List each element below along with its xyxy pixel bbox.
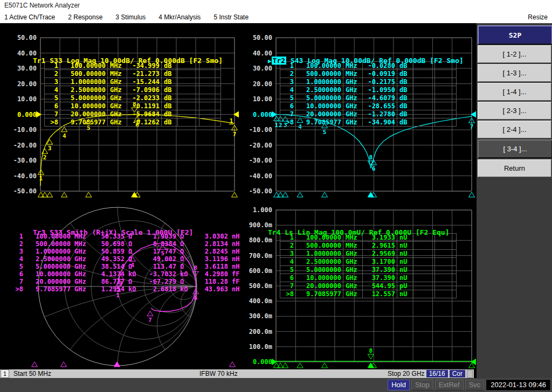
window-title: E5071C Network Analyzer <box>0 0 552 11</box>
marker-row: >89.7085977GHz12.557nU <box>280 290 457 298</box>
softkey-1-4[interactable]: [ 1-4 ]... <box>478 83 551 101</box>
marker-cell: Ω <box>126 255 139 263</box>
marker-cell <box>413 258 435 265</box>
marker-cell <box>178 78 199 86</box>
tr3-format: S33 Smith (R+jX) Scale 1.000U [F2] <box>45 228 193 236</box>
menu-response[interactable]: 2 Response <box>68 13 102 21</box>
marker-cell <box>178 110 199 118</box>
marker-cell: 43.963 <box>191 285 230 293</box>
marker-cell: 37.390 <box>363 274 397 282</box>
softkey-1-3[interactable]: [ 1-3 ]... <box>478 64 551 82</box>
marker-cell: 5 <box>280 94 296 102</box>
svg-text:5: 5 <box>323 129 327 136</box>
marker-cell: 4.2980 <box>191 270 230 278</box>
svg-text:10.00: 10.00 <box>17 95 37 103</box>
svg-text:6: 6 <box>194 295 198 302</box>
svg-text:50.00: 50.00 <box>17 34 37 41</box>
marker-cell <box>199 102 221 110</box>
marker-cell: -34.904 <box>363 118 397 126</box>
marker-cell: 6 <box>280 274 296 282</box>
marker-row: 55.0000000GHz-4.6079dB <box>280 94 457 102</box>
tr1-header[interactable]: Tr1 S33 Log Mag 10.00dB/ Ref 0.000dB [F2… <box>8 48 223 73</box>
marker-row: 610.000000GHz-28.655dB <box>280 102 457 110</box>
marker-cell: nU <box>397 290 413 298</box>
marker-cell: pU <box>397 282 413 290</box>
marker-cell <box>435 94 457 102</box>
svg-text:4: 4 <box>63 132 66 139</box>
svg-text:8: 8 <box>369 347 372 354</box>
svg-text:7: 7 <box>148 317 152 324</box>
menu-resize[interactable]: Resize <box>528 13 548 21</box>
marker-row: 610.000000GHz37.390nU <box>280 274 457 282</box>
svg-text:600.0m: 600.0m <box>249 267 272 275</box>
svg-text:500.0m: 500.0m <box>249 282 272 290</box>
marker-row: 55.0000000GHz37.390nU <box>280 266 457 274</box>
softkey-return[interactable]: Return <box>478 159 551 177</box>
marker-cell: 113.47 <box>139 263 178 270</box>
tr3-name: Tr3 <box>33 228 45 236</box>
status-bar: 1 Start 50 MHz IFBW 70 kHz Stop 20 GHz 1… <box>0 369 474 378</box>
marker-cell: kΩ <box>178 270 191 278</box>
svg-text:100.0m: 100.0m <box>249 343 272 351</box>
softkey-3-4[interactable]: [ 3-4 ]... <box>478 139 552 158</box>
softkey-2-3[interactable]: [ 2-3 ]... <box>478 102 551 120</box>
marker-cell: GHz <box>72 285 91 293</box>
datetime-display: 2022-01-13 09:46 <box>486 379 551 391</box>
marker-cell: 7 <box>280 282 296 290</box>
menu-active-ch-trace[interactable]: 1 Active Ch/Trace <box>4 13 55 21</box>
marker-cell: nH <box>230 255 245 263</box>
marker-cell: nU <box>397 274 413 282</box>
marker-row: 55.0000000GHz-2.0233dB <box>44 94 221 102</box>
marker-cell <box>435 282 457 290</box>
marker-cell: GHz <box>343 290 363 298</box>
tr2-header[interactable]: ▶Tr2 S43 Log Mag 10.00dB/ Ref 0.000dB [F… <box>243 48 464 73</box>
svg-text:2: 2 <box>43 154 47 161</box>
marker-cell: GHz <box>343 102 363 110</box>
svg-text:50.00: 50.00 <box>253 34 272 41</box>
marker-cell: nU <box>397 258 413 265</box>
marker-cell <box>435 258 457 265</box>
softkey-2-4[interactable]: [ 2-4 ]... <box>478 121 551 138</box>
marker-row: 610.000000GHz-0.1191dB <box>44 102 221 110</box>
svg-text:6: 6 <box>372 165 376 172</box>
menu-mkr-analysis[interactable]: 4 Mkr/Analysis <box>158 13 201 21</box>
marker-cell <box>435 78 457 86</box>
marker-cell: -4.6079 <box>363 94 397 102</box>
softkey-menu-title: S2P <box>478 25 552 45</box>
marker-cell: 5.0000000 <box>25 263 72 270</box>
marker-cell: dB <box>162 78 178 86</box>
softkey-1-2[interactable]: [ 1-2 ]... <box>478 45 551 63</box>
marker-cell: Ω <box>178 278 191 285</box>
marker-cell: 6 <box>280 102 296 110</box>
marker-cell <box>413 282 435 290</box>
marker-cell: -28.655 <box>363 102 397 110</box>
marker-cell: GHz <box>343 86 363 94</box>
marker-cell: 118.28 <box>191 278 230 285</box>
marker-cell: 20.000000 <box>296 110 343 118</box>
tr3-header[interactable]: Tr3 S33 Smith (R+jX) Scale 1.000U [F2] <box>8 220 193 244</box>
tr4-header[interactable]: Tr4 Ls Lin Mag 100.0mU/ Ref 0.000U [F2 E… <box>243 220 450 244</box>
marker-row: 42.5000000GHz3.1700nU <box>280 258 457 266</box>
svg-text:1.000: 1.000 <box>253 206 272 214</box>
svg-text:20.00: 20.00 <box>17 80 37 88</box>
marker-cell: dB <box>397 102 413 110</box>
menu-stimulus[interactable]: 3 Stimulus <box>115 13 146 21</box>
marker-cell <box>199 78 221 86</box>
marker-cell: 6 <box>12 270 25 278</box>
marker-cell: -2.0233 <box>127 94 162 102</box>
marker-cell: 10.000000 <box>296 102 343 110</box>
marker-cell <box>435 274 457 282</box>
marker-cell: GHz <box>343 118 363 126</box>
marker-cell: 17.747 <box>139 248 178 255</box>
marker-cell <box>199 94 221 102</box>
marker-cell: 49.002 <box>139 255 178 263</box>
marker-cell: GHz <box>343 94 363 102</box>
svg-text:1: 1 <box>39 175 43 182</box>
svg-text:0.000: 0.000 <box>253 358 272 366</box>
marker-cell: 10.000000 <box>25 270 72 278</box>
svg-text:1: 1 <box>230 117 233 124</box>
marker-cell: -0.1262 <box>127 118 162 126</box>
menu-instr-state[interactable]: 5 Instr State <box>213 13 249 21</box>
analyzer-window: E5071C Network Analyzer 1 Active Ch/Trac… <box>0 0 552 392</box>
marker-cell: 9.7085977 <box>296 290 343 298</box>
